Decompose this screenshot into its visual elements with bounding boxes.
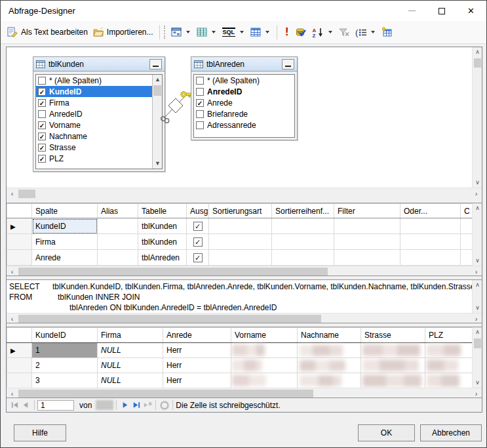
field-checkbox[interactable]: ✓ [38, 88, 46, 96]
row-selector[interactable] [7, 373, 32, 388]
sortierungsart-cell[interactable] [209, 218, 272, 234]
field-row[interactable]: ✓Vorname [36, 119, 152, 131]
column-header[interactable]: Anrede [163, 328, 231, 343]
corner-header[interactable] [7, 328, 32, 343]
remove-filter-button[interactable] [336, 25, 352, 39]
oder2-cell[interactable] [461, 234, 473, 250]
show-sql-pane-button[interactable]: SQL [220, 26, 248, 39]
maximize-button[interactable] [427, 1, 456, 21]
output-checkbox[interactable]: ✓ [193, 237, 203, 247]
sql-pane-dropdown-caret[interactable] [240, 31, 244, 33]
previous-record-button[interactable] [20, 399, 31, 411]
row-selector[interactable] [7, 358, 32, 373]
scroll-up-icon[interactable]: ∧ [473, 203, 482, 213]
last-record-button[interactable] [130, 399, 142, 411]
field-row[interactable]: Adressanrede [194, 119, 294, 131]
scrollbar-thumb[interactable] [18, 315, 321, 323]
toolbar-gripper[interactable] [164, 26, 166, 39]
tabelle-cell[interactable]: tblAnreden [138, 250, 187, 266]
minimize-button[interactable] [397, 1, 427, 21]
filter-cell[interactable] [334, 250, 400, 266]
sortierungsart-cell[interactable] [209, 234, 272, 250]
row-selector[interactable] [7, 250, 32, 266]
ok-button[interactable]: OK [358, 424, 415, 441]
alias-cell[interactable] [98, 250, 138, 266]
column-header[interactable]: Firma [98, 328, 163, 343]
sortierreihenfolge-cell[interactable] [272, 250, 334, 266]
field-checkbox[interactable]: ✓ [38, 155, 46, 163]
alias-cell[interactable] [98, 234, 138, 250]
ausgabe-cell[interactable]: ✓ [187, 250, 209, 266]
firma-cell[interactable]: NULL [98, 373, 163, 388]
scroll-down-icon[interactable]: ∨ [473, 256, 482, 266]
scroll-left-icon[interactable]: ‹ [7, 188, 18, 199]
scroll-right-icon[interactable]: › [471, 314, 482, 323]
scroll-right-icon[interactable]: › [471, 266, 482, 276]
import-button[interactable]: Importieren... [90, 25, 156, 39]
column-header[interactable]: Tabelle [138, 204, 187, 218]
oder2-cell[interactable] [461, 218, 473, 234]
sql-text[interactable]: SELECT tblKunden.KundeID, tblKunden.Firm… [7, 280, 472, 313]
table-window-titlebar[interactable]: tblAnreden [191, 57, 297, 71]
row-selector[interactable]: ▶ [7, 343, 32, 358]
ausgabe-cell[interactable]: ✓ [187, 218, 209, 234]
field-row[interactable]: ✓Strasse [36, 142, 152, 153]
title-bar[interactable]: Abfrage-Designer ✕ [1, 1, 486, 21]
oder-cell[interactable] [400, 234, 461, 250]
diagram-pane-dropdown-caret[interactable] [186, 31, 190, 33]
scroll-up-icon[interactable]: ∧ [473, 47, 482, 57]
execute-query-button[interactable]: ! [281, 25, 293, 39]
field-checkbox[interactable]: ✓ [38, 99, 46, 107]
scroll-up-icon[interactable]: ∧ [473, 280, 482, 290]
field-checkbox[interactable] [196, 77, 204, 85]
sortierungsart-cell[interactable] [209, 250, 272, 266]
close-button[interactable]: ✕ [456, 1, 486, 21]
field-row[interactable]: ✓KundeID [36, 86, 152, 97]
field-row[interactable]: * (Alle Spalten) [194, 75, 294, 86]
scroll-left-icon[interactable]: ‹ [7, 388, 18, 398]
oder-cell[interactable] [400, 218, 461, 234]
criteria-horizontal-scrollbar[interactable]: ‹ › [7, 266, 482, 276]
column-header[interactable]: Spalte [32, 204, 98, 218]
alias-cell[interactable] [98, 218, 138, 234]
column-header[interactable]: Ausg... [187, 204, 209, 218]
field-checkbox[interactable]: ✓ [38, 144, 46, 152]
field-row[interactable]: AnredeID [194, 86, 294, 97]
field-checkbox[interactable]: ✓ [38, 121, 46, 129]
kundeid-cell[interactable]: 3 [32, 373, 98, 388]
scrollbar-thumb[interactable] [18, 190, 35, 198]
spalte-cell[interactable]: Firma [32, 234, 98, 250]
oder2-cell[interactable] [461, 250, 473, 266]
filter-cell[interactable] [334, 234, 400, 250]
spalte-cell[interactable]: KundeID [32, 218, 98, 234]
anrede-cell[interactable]: Herr [163, 358, 231, 373]
scroll-down-icon[interactable]: ∨ [473, 178, 482, 188]
field-checkbox[interactable] [196, 121, 204, 129]
show-results-pane-button[interactable] [248, 25, 273, 39]
column-header[interactable]: Filter [334, 204, 400, 218]
results-pane-dropdown-caret[interactable] [265, 31, 269, 33]
tabelle-cell[interactable]: tblKunden [138, 218, 187, 234]
scrollbar-thumb[interactable] [18, 268, 328, 276]
kundeid-cell[interactable]: 2 [32, 358, 98, 373]
field-row[interactable]: AnredeID [36, 108, 152, 119]
scroll-left-icon[interactable]: ‹ [7, 266, 18, 276]
diagram-vertical-scrollbar[interactable]: ∧ ∨ [472, 47, 482, 188]
column-header[interactable]: Vorname [231, 328, 298, 343]
field-row[interactable]: ✓PLZ [36, 153, 152, 164]
column-header[interactable]: Nachname [298, 328, 361, 343]
scroll-down-icon[interactable]: ▼ [153, 159, 163, 169]
output-checkbox[interactable]: ✓ [193, 222, 203, 231]
ausgabe-cell[interactable]: ✓ [187, 234, 209, 250]
field-checkbox[interactable] [196, 110, 204, 118]
group-by-button[interactable]: ( [352, 25, 379, 39]
scroll-up-icon[interactable]: ▲ [153, 75, 163, 85]
new-record-button[interactable] [142, 399, 153, 411]
corner-header[interactable] [7, 204, 32, 218]
sort-ascending-button[interactable]: A Z [309, 25, 336, 39]
scrollbar-thumb[interactable] [18, 390, 313, 398]
help-button[interactable]: Hilfe [14, 424, 66, 441]
results-horizontal-scrollbar[interactable]: ‹ › [7, 388, 482, 398]
row-selector[interactable]: ▶ [7, 218, 32, 234]
table-minimize-button[interactable] [149, 59, 162, 70]
